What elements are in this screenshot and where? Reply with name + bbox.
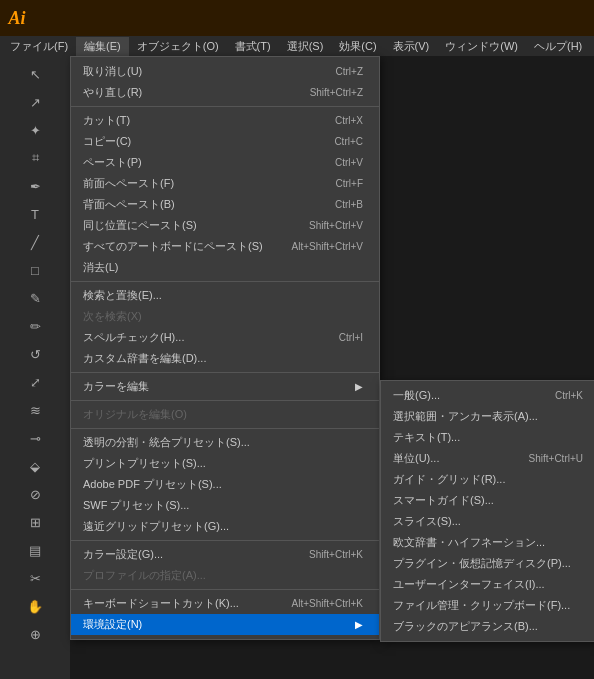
separator-6 bbox=[71, 540, 379, 541]
menu-effect[interactable]: 効果(C) bbox=[331, 37, 384, 56]
prefs-units[interactable]: 単位(U)... Shift+Ctrl+U bbox=[381, 448, 594, 469]
menu-view[interactable]: 表示(V) bbox=[385, 37, 438, 56]
tool-paintbrush[interactable]: ✎ bbox=[21, 285, 49, 311]
prefs-selection[interactable]: 選択範囲・アンカー表示(A)... bbox=[381, 406, 594, 427]
prefs-hyphenation[interactable]: 欧文辞書・ハイフネーション... bbox=[381, 532, 594, 553]
tool-blend[interactable]: ⬙ bbox=[21, 453, 49, 479]
tool-hand[interactable]: ✋ bbox=[21, 593, 49, 619]
menu-select[interactable]: 選択(S) bbox=[279, 37, 332, 56]
menu-paste-inplace[interactable]: 同じ位置にペースト(S) Shift+Ctrl+V bbox=[71, 215, 379, 236]
menu-paste-allboards[interactable]: すべてのアートボードにペースト(S) Alt+Shift+Ctrl+V bbox=[71, 236, 379, 257]
separator-4 bbox=[71, 400, 379, 401]
menu-cut[interactable]: カット(T) Ctrl+X bbox=[71, 110, 379, 131]
tool-rotate[interactable]: ↺ bbox=[21, 341, 49, 367]
menu-help[interactable]: ヘルプ(H) bbox=[526, 37, 590, 56]
menu-paste-front[interactable]: 前面へペースト(F) Ctrl+F bbox=[71, 173, 379, 194]
menu-copy[interactable]: コピー(C) Ctrl+C bbox=[71, 131, 379, 152]
edit-dropdown-menu: 取り消し(U) Ctrl+Z やり直し(R) Shift+Ctrl+Z カット(… bbox=[70, 56, 380, 640]
separator-7 bbox=[71, 589, 379, 590]
menu-edit-dictionary[interactable]: カスタム辞書を編集(D)... bbox=[71, 348, 379, 369]
menu-pdf-preset[interactable]: Adobe PDF プリセット(S)... bbox=[71, 474, 379, 495]
menu-undo[interactable]: 取り消し(U) Ctrl+Z bbox=[71, 61, 379, 82]
menu-transparency-preset[interactable]: 透明の分割・統合プリセット(S)... bbox=[71, 432, 379, 453]
prefs-guides-grid[interactable]: ガイド・グリッド(R)... bbox=[381, 469, 594, 490]
menu-find-replace[interactable]: 検索と置換(E)... bbox=[71, 285, 379, 306]
tool-scale[interactable]: ⤢ bbox=[21, 369, 49, 395]
menu-print-preset[interactable]: プリントプリセット(S)... bbox=[71, 453, 379, 474]
menu-edit-colors[interactable]: カラーを編集 ▶ bbox=[71, 376, 379, 397]
tool-scissors[interactable]: ✂ bbox=[21, 565, 49, 591]
menu-keyboard-shortcuts[interactable]: キーボードショートカット(K)... Alt+Shift+Ctrl+K bbox=[71, 593, 379, 614]
tool-eyedropper[interactable]: ⊘ bbox=[21, 481, 49, 507]
prefs-ui[interactable]: ユーザーインターフェイス(I)... bbox=[381, 574, 594, 595]
tool-lasso[interactable]: ⌗ bbox=[21, 145, 49, 171]
separator-5 bbox=[71, 428, 379, 429]
prefs-file-mgmt[interactable]: ファイル管理・クリップボード(F)... bbox=[381, 595, 594, 616]
menu-type[interactable]: 書式(T) bbox=[227, 37, 279, 56]
tool-line[interactable]: ╱ bbox=[21, 229, 49, 255]
menu-window[interactable]: ウィンドウ(W) bbox=[437, 37, 526, 56]
tool-type[interactable]: T bbox=[21, 201, 49, 227]
menu-edit[interactable]: 編集(E) bbox=[76, 37, 129, 56]
app-logo: Ai bbox=[0, 0, 34, 36]
menu-assign-profile[interactable]: プロファイルの指定(A)... bbox=[71, 565, 379, 586]
separator-1 bbox=[71, 106, 379, 107]
menu-redo[interactable]: やり直し(R) Shift+Ctrl+Z bbox=[71, 82, 379, 103]
tool-direct-select[interactable]: ↗ bbox=[21, 89, 49, 115]
prefs-plugins[interactable]: プラグイン・仮想記憶ディスク(P)... bbox=[381, 553, 594, 574]
menu-paste[interactable]: ペースト(P) Ctrl+V bbox=[71, 152, 379, 173]
title-bar: Ai bbox=[0, 0, 594, 36]
prefs-submenu: 一般(G)... Ctrl+K 選択範囲・アンカー表示(A)... テキスト(T… bbox=[380, 380, 594, 642]
menu-object[interactable]: オブジェクト(O) bbox=[129, 37, 227, 56]
menu-swf-preset[interactable]: SWF プリセット(S)... bbox=[71, 495, 379, 516]
menu-paste-back[interactable]: 背面へペースト(B) Ctrl+B bbox=[71, 194, 379, 215]
prefs-slices[interactable]: スライス(S)... bbox=[381, 511, 594, 532]
menu-bar: ファイル(F) 編集(E) オブジェクト(O) 書式(T) 選択(S) 効果(C… bbox=[0, 36, 594, 56]
tool-mesh[interactable]: ⊞ bbox=[21, 509, 49, 535]
tool-rect[interactable]: □ bbox=[21, 257, 49, 283]
tool-magic-wand[interactable]: ✦ bbox=[21, 117, 49, 143]
separator-2 bbox=[71, 281, 379, 282]
tool-pencil[interactable]: ✏ bbox=[21, 313, 49, 339]
prefs-black-appearance[interactable]: ブラックのアピアランス(B)... bbox=[381, 616, 594, 637]
prefs-text[interactable]: テキスト(T)... bbox=[381, 427, 594, 448]
tool-warp[interactable]: ≋ bbox=[21, 397, 49, 423]
menu-spellcheck[interactable]: スペルチェック(H)... Ctrl+I bbox=[71, 327, 379, 348]
menu-color-settings[interactable]: カラー設定(G)... Shift+Ctrl+K bbox=[71, 544, 379, 565]
prefs-smart-guides[interactable]: スマートガイド(S)... bbox=[381, 490, 594, 511]
left-toolbar: ↖ ↗ ✦ ⌗ ✒ T ╱ □ ✎ ✏ ↺ ⤢ ≋ ⊸ ⬙ ⊘ ⊞ ▤ ✂ ✋ … bbox=[0, 56, 70, 679]
tool-gradient[interactable]: ▤ bbox=[21, 537, 49, 563]
tool-pen[interactable]: ✒ bbox=[21, 173, 49, 199]
menu-preferences[interactable]: 環境設定(N) ▶ bbox=[71, 614, 379, 635]
menu-perspective-preset[interactable]: 遠近グリッドプリセット(G)... bbox=[71, 516, 379, 537]
menu-clear[interactable]: 消去(L) bbox=[71, 257, 379, 278]
separator-3 bbox=[71, 372, 379, 373]
menu-edit-original[interactable]: オリジナルを編集(O) bbox=[71, 404, 379, 425]
tool-zoom[interactable]: ⊕ bbox=[21, 621, 49, 647]
menu-file[interactable]: ファイル(F) bbox=[2, 37, 76, 56]
prefs-general[interactable]: 一般(G)... Ctrl+K bbox=[381, 385, 594, 406]
menu-find-next[interactable]: 次を検索(X) bbox=[71, 306, 379, 327]
tool-select[interactable]: ↖ bbox=[21, 61, 49, 87]
tool-width[interactable]: ⊸ bbox=[21, 425, 49, 451]
